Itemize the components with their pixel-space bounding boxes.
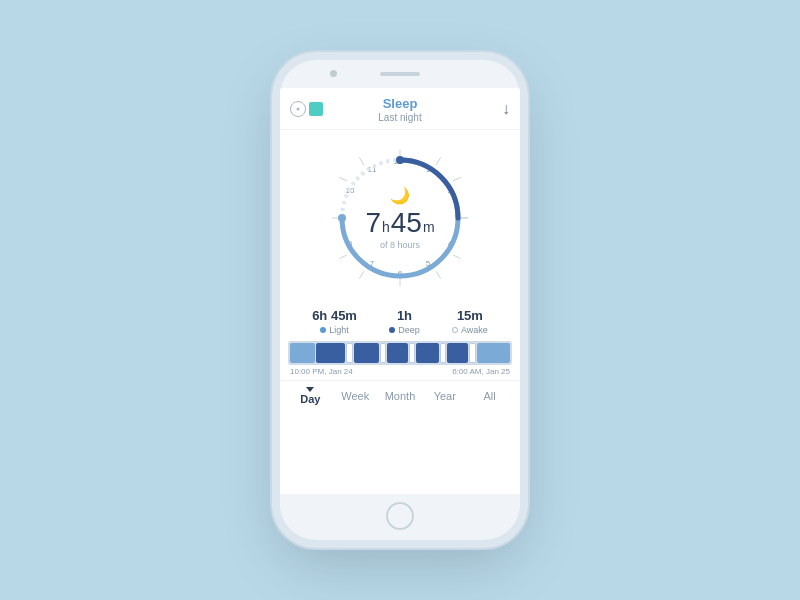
stat-awake-label: Awake [461,325,488,335]
tab-day-indicator [306,387,314,392]
tab-all-label: All [483,390,495,402]
tab-month-label: Month [385,390,416,402]
stat-light-value: 6h 45m [312,308,357,323]
stat-light-label-row: Light [320,325,349,335]
app-subtitle: Last night [378,112,421,123]
dot-deep [389,327,395,333]
stat-deep-value: 1h [397,308,412,323]
header-left-controls [290,101,323,117]
moon-icon: 🌙 [390,186,410,205]
tab-bar: Day Week Month Year All [280,380,520,409]
svg-line-8 [453,255,461,259]
sleep-seg-6 [387,343,408,363]
stat-deep-label: Deep [398,325,420,335]
svg-line-10 [359,157,364,165]
svg-line-11 [339,177,347,181]
tab-day-label: Day [300,393,320,405]
tab-day[interactable]: Day [294,387,326,405]
svg-line-5 [436,157,441,165]
app-header: Sleep Last night ↓ [280,88,520,130]
sleep-seg-4 [354,343,379,363]
sleep-bar-track [288,341,512,365]
dot-awake [452,327,458,333]
stat-deep: 1h Deep [389,308,420,335]
download-icon[interactable]: ↓ [502,100,510,118]
stat-awake-label-row: Awake [452,325,488,335]
minutes-unit: m [423,219,435,235]
sleep-seg-11 [469,343,475,363]
tab-year-label: Year [434,390,456,402]
sleep-start-time: 10:00 PM, Jan 24 [290,367,353,376]
svg-point-0 [297,108,300,111]
settings-icon[interactable] [290,101,306,117]
stat-light: 6h 45m Light [312,308,357,335]
svg-line-13 [359,271,364,279]
clock-area: 12 1 2 3 4 5 6 7 8 9 10 11 [280,130,520,304]
sleep-seg-2 [316,343,345,363]
phone-frame: Sleep Last night ↓ [280,60,520,540]
tab-all[interactable]: All [474,390,506,402]
stat-light-label: Light [329,325,349,335]
stats-row: 6h 45m Light 1h Deep 15m Awake [280,304,520,337]
sleep-bar-container: 10:00 PM, Jan 24 6:00 AM, Jan 25 [288,341,512,376]
svg-point-28 [338,214,346,222]
sleep-seg-9 [440,343,446,363]
stat-deep-label-row: Deep [389,325,420,335]
stat-awake: 15m Awake [452,308,488,335]
sleep-seg-12 [477,343,510,363]
app-title: Sleep [378,96,421,112]
tab-week-label: Week [341,390,369,402]
svg-line-6 [453,177,461,181]
time-minutes: 45 [391,207,422,239]
stat-awake-value: 15m [457,308,483,323]
phone-speaker [380,72,420,76]
hours-unit: h [382,219,390,235]
svg-point-27 [396,156,404,164]
sleep-end-time: 6:00 AM, Jan 25 [452,367,510,376]
tab-month[interactable]: Month [384,390,416,402]
dot-light [320,327,326,333]
time-display: 7 h 45 m [365,207,434,239]
sleep-times: 10:00 PM, Jan 24 6:00 AM, Jan 25 [288,367,512,376]
sleep-seg-5 [380,343,386,363]
tab-week[interactable]: Week [339,390,371,402]
status-bar-icon [309,102,323,116]
sleep-seg-8 [416,343,439,363]
header-title-group: Sleep Last night [378,96,421,123]
sleep-seg-7 [409,343,415,363]
time-of: of 8 hours [380,240,420,250]
clock-center: 🌙 7 h 45 m of 8 hours [365,186,434,250]
app-screen: Sleep Last night ↓ [280,88,520,494]
svg-line-12 [339,255,347,259]
sleep-seg-10 [447,343,468,363]
sleep-seg-1 [290,343,315,363]
phone-home-button[interactable] [386,502,414,530]
svg-line-9 [436,271,441,279]
sleep-seg-3 [346,343,352,363]
tab-year[interactable]: Year [429,390,461,402]
time-hours: 7 [365,209,381,237]
phone-camera [330,70,337,77]
